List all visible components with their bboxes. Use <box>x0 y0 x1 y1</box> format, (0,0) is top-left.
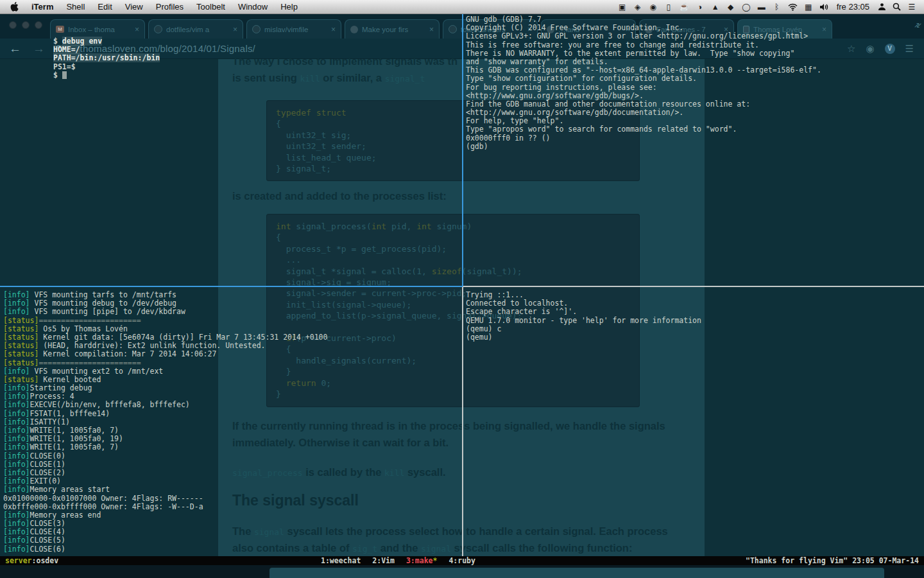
tmux-session-name: :osdev <box>32 556 59 565</box>
terminal-line: [info]Memory areas end <box>3 511 462 520</box>
terminal-line: 0x0000fff0 in ?? () <box>466 134 923 143</box>
caffeine-icon[interactable]: ☕ <box>680 0 689 14</box>
pane-divider-horizontal-active[interactable] <box>0 286 463 287</box>
menu-toolbelt[interactable]: Toolbelt <box>190 2 232 12</box>
pane-shell[interactable]: $ debug envHOME=/PATH=/bin:/usr/sbin:/bi… <box>0 14 462 286</box>
terminal-line: $ debug env <box>53 37 462 46</box>
menu-clock[interactable]: fre 23:05 <box>837 2 869 12</box>
terminal-line: (gdb) <box>466 143 923 151</box>
apple-menu-icon[interactable] <box>10 2 19 12</box>
macos-menu-bar: iTermShellEditViewProfilesToolbeltWindow… <box>0 0 924 14</box>
pane-qemu-monitor[interactable]: Trying ::1...Connected to localhost.Esca… <box>466 291 923 556</box>
wifi-icon[interactable] <box>788 3 798 11</box>
tmux-session-label: server <box>5 556 32 565</box>
tmux-right-status: "Thanks for flying Vim" 23:05 07-Mar-14 <box>746 556 919 565</box>
menu-status-icons: ▣◈◉▯☕◑▲◆◯▬ᛒ▦ <box>618 0 828 14</box>
display-icon[interactable]: ▯ <box>664 0 673 14</box>
tmux-windows: 1:weechat2:Vim3:make*4:ruby <box>321 556 475 565</box>
terminal-line: [info]CLOSE(2) <box>3 469 462 477</box>
terminal-line: PS1=$ <box>53 63 462 71</box>
notification-center-icon[interactable]: ☰ <box>907 0 916 14</box>
window-manager-icon[interactable]: ▣ <box>618 0 627 14</box>
drive-icon[interactable]: ▲ <box>711 0 720 14</box>
menu-help[interactable]: Help <box>274 2 304 12</box>
terminal-line: (qemu) <box>466 333 923 342</box>
tmux-window-4-ruby[interactable]: 4:ruby <box>449 556 475 565</box>
pane-divider-horizontal[interactable] <box>463 286 924 287</box>
music-app-icon[interactable]: ◉ <box>649 0 658 14</box>
tmux-window-1-weechat[interactable]: 1:weechat <box>321 556 361 565</box>
menu-iterm[interactable]: iTerm <box>25 2 60 12</box>
next-code-block-edge <box>270 568 884 578</box>
pane-kernel-log[interactable]: [info] VFS mounting tarfs to /mnt/tarfs[… <box>3 291 462 556</box>
iterm-window: $ debug envHOME=/PATH=/bin:/usr/sbin:/bi… <box>0 14 924 565</box>
menu-edit[interactable]: Edit <box>91 2 118 12</box>
pane-qemu-lines: Trying ::1...Connected to localhost.Esca… <box>466 291 923 342</box>
terminal-line: [info]FSTAT(1, bfffee14) <box>3 410 462 418</box>
terminal-line: [info]CLOSE(0) <box>3 452 462 460</box>
terminal-line: PATH=/bin:/usr/sbin:/bin <box>53 54 462 62</box>
terminal-line: QEMU 1.7.0 monitor - type 'help' for mor… <box>466 317 923 325</box>
desktop: iTermShellEditViewProfilesToolbeltWindow… <box>0 0 924 578</box>
tmux-status-bar: server:osdev 1:weechat2:Vim3:make*4:ruby… <box>0 556 924 565</box>
menu-window[interactable]: Window <box>232 2 274 12</box>
menu-profiles[interactable]: Profiles <box>150 2 190 12</box>
menu-items: iTermShellEditViewProfilesToolbeltWindow… <box>24 2 304 12</box>
terminal-line: [info]CLOSE(5) <box>3 536 462 545</box>
terminal-line: (qemu) c <box>466 325 923 333</box>
menu-shell[interactable]: Shell <box>60 2 91 12</box>
pane-gdb-lines: GNU gdb (GDB) 7.7Copyright (C) 2014 Free… <box>466 15 923 151</box>
pane-shell-lines: $ debug envHOME=/PATH=/bin:/usr/sbin:/bi… <box>53 37 462 80</box>
terminal-line: [info]CLOSE(3) <box>3 520 462 528</box>
pane-gdb[interactable]: GNU gdb (GDB) 7.7Copyright (C) 2014 Free… <box>466 15 923 286</box>
terminal-line: [info]CLOSE(1) <box>3 460 462 469</box>
flux-icon[interactable]: ◑ <box>696 0 705 14</box>
menu-view[interactable]: View <box>119 2 150 12</box>
terminal-line: $ <box>53 71 462 80</box>
terminal-line: [info]CLOSE(4) <box>3 528 462 536</box>
notifier-icon[interactable]: ◆ <box>726 0 735 14</box>
terminal-cursor <box>62 71 67 79</box>
dropbox-icon[interactable]: ◈ <box>633 0 642 14</box>
terminal-line: [info]CLOSE(6) <box>3 545 462 554</box>
pane-divider-vertical[interactable] <box>462 286 463 556</box>
battery-icon[interactable]: ▬ <box>757 0 766 14</box>
pane-log-lines: [info] VFS mounting tarfs to /mnt/tarfs[… <box>3 291 462 554</box>
tmux-window-2-vim[interactable]: 2:Vim <box>372 556 395 565</box>
volume-icon[interactable] <box>819 3 828 11</box>
bluetooth-icon[interactable]: ᛒ <box>773 0 782 14</box>
input-source-icon[interactable]: ▦ <box>804 0 813 14</box>
messages-icon[interactable]: ◯ <box>742 0 751 14</box>
terminal-line: [info]WRITE(1, 1005fa0, 7) <box>3 443 462 451</box>
tmux-session: server:osdev <box>5 556 58 565</box>
pane-divider-vertical-active[interactable] <box>462 14 463 286</box>
browser-bottom-reveal <box>0 565 924 578</box>
tmux-window-3-make[interactable]: 3:make* <box>406 556 437 565</box>
spotlight-search-icon[interactable] <box>893 3 901 11</box>
user-icon[interactable] <box>878 3 886 11</box>
